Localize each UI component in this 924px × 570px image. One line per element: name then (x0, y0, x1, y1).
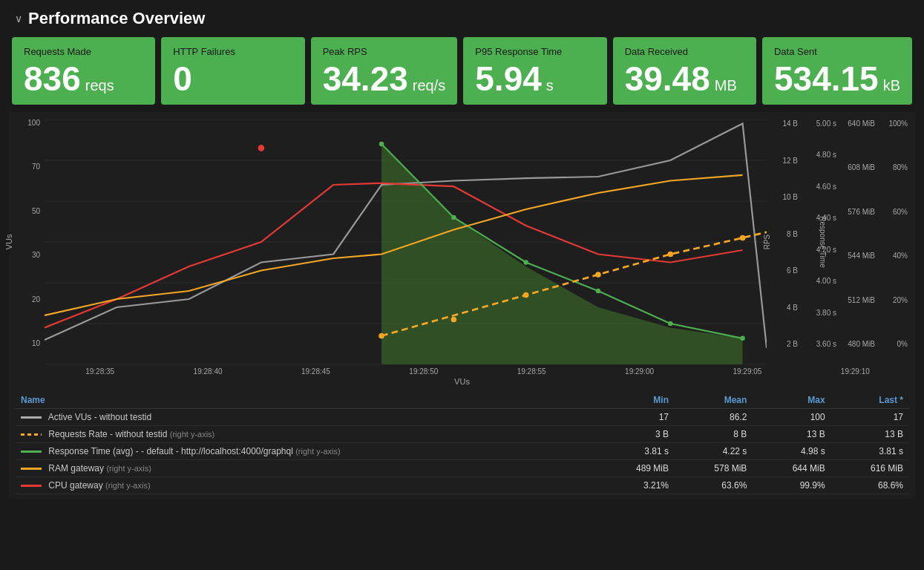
y-right-rps-tick: 8 B (787, 230, 798, 238)
metric-unit: reqs (85, 78, 114, 93)
metric-value: 34.23 req/s (323, 62, 446, 96)
y-left-tick: 100 (27, 119, 40, 127)
y-right-mib-tick: 576 MiB (848, 208, 875, 216)
metric-unit: kB (883, 78, 900, 93)
x-tick: 19:29:00 (586, 367, 693, 376)
legend-mean: 4.22 s (675, 443, 753, 460)
metric-label: Data Sent (774, 46, 900, 57)
metric-label: HTTP Failures (173, 46, 292, 57)
metric-unit: s (546, 78, 554, 93)
legend-last: 13 B (831, 426, 909, 443)
y-right-rt-tick: 4.00 s (816, 277, 836, 285)
header: ∨ Performance Overview (0, 0, 924, 37)
y-axis-pct: 100%80%60%40%20%0% (877, 119, 909, 364)
y-right-rt-tick: 4.40 s (816, 214, 836, 222)
legend-name-text: CPU gateway (48, 480, 102, 491)
y-right-rt-tick: 4.60 s (816, 183, 836, 191)
x-tick: 19:29:10 (802, 367, 909, 376)
chart-section: VUs 1007050302010 14 B12 B10 B8 B6 B4 B2… (9, 112, 915, 499)
svg-point-19 (740, 235, 746, 241)
legend-max: 99.9% (753, 477, 830, 494)
metric-value: 0 (173, 62, 292, 96)
legend-last: 3.81 s (831, 443, 909, 460)
page-title: Performance Overview (28, 9, 205, 28)
x-tick: 19:28:40 (154, 367, 261, 376)
legend-max: 4.98 s (753, 443, 830, 460)
legend-name-text: Active VUs - without testid (48, 412, 151, 422)
y-axis-rt: Response Time 5.00 s4.80 s4.60 s4.40 s4.… (799, 119, 838, 364)
legend-last: 17 (831, 409, 909, 426)
svg-point-11 (596, 289, 600, 294)
chevron-icon: ∨ (15, 13, 22, 24)
metric-value: 534.15 kB (774, 62, 900, 96)
svg-point-16 (523, 292, 529, 298)
svg-point-18 (667, 252, 673, 258)
svg-point-14 (379, 333, 384, 339)
y-left-tick: 30 (32, 252, 40, 259)
legend-row: Response Time (avg) - - default - http:/… (15, 443, 909, 460)
legend-min: 17 (597, 409, 675, 426)
y-right-pct-tick: 0% (897, 340, 908, 348)
metric-label: Peak RPS (323, 46, 446, 57)
y-right-mib-tick: 480 MiB (848, 340, 875, 348)
metric-value: 5.94 s (475, 62, 594, 96)
y-right-rps-tick: 12 B (782, 157, 798, 165)
metric-value: 39.48 MB (625, 62, 744, 96)
metric-value: 836 reqs (24, 62, 143, 96)
legend-min: 3.81 s (597, 443, 675, 460)
y-right-pct-tick: 40% (893, 252, 908, 260)
legend-name-text: RAM gateway (48, 463, 104, 474)
svg-point-15 (451, 317, 457, 323)
legend-mean: 578 MiB (675, 460, 753, 477)
x-tick: 19:29:05 (693, 367, 801, 376)
metric-card-p95-response-time: P95 Response Time 5.94 s (463, 37, 606, 105)
svg-point-10 (523, 260, 528, 265)
y-right-rps-tick: 4 B (787, 304, 798, 312)
y-right-rt-tick: 4.80 s (816, 151, 836, 159)
x-tick: 19:28:50 (370, 367, 477, 376)
y-right-pct-tick: 60% (893, 208, 908, 216)
y-axis-right-group: 14 B12 B10 B8 B6 B4 B2 BRPS Response Tim… (767, 119, 909, 364)
x-tick: 19:28:55 (478, 367, 586, 376)
col-last: Last * (831, 392, 909, 409)
col-mean: Mean (675, 392, 753, 409)
metric-number: 534.15 (774, 62, 879, 96)
legend-row: RAM gateway (right y-axis) 489 MiB 578 M… (15, 460, 909, 477)
y-right-rps-tick: 10 B (782, 193, 798, 201)
metric-number: 0 (173, 62, 192, 96)
y-left-tick: 50 (32, 208, 40, 215)
svg-point-12 (668, 321, 672, 327)
y-right-rt-tick: 5.00 s (816, 119, 836, 128)
metric-number: 5.94 (475, 62, 542, 96)
metric-card-http-failures: HTTP Failures 0 (161, 37, 304, 105)
y-right-mib-tick: 640 MiB (848, 119, 875, 128)
y-axis-rps: 14 B12 B10 B8 B6 B4 B2 BRPS (767, 119, 799, 364)
y-axis-rps-label: RPS (763, 235, 771, 250)
legend-max: 13 B (753, 426, 830, 443)
y-axis-left-label: VUs (4, 235, 13, 250)
y-right-pct-tick: 100% (888, 119, 908, 128)
x-axis: 19:28:3519:28:4019:28:4519:28:5019:28:55… (45, 367, 909, 376)
legend-mean: 86.2 (675, 409, 753, 426)
metric-card-peak-rps: Peak RPS 34.23 req/s (311, 37, 458, 105)
legend-suffix: (right y-axis) (105, 481, 151, 490)
y-right-rps-tick: 2 B (787, 340, 798, 348)
metric-label: Data Received (625, 46, 744, 57)
y-right-pct-tick: 20% (893, 296, 908, 304)
legend-name-text: Response Time (avg) - - default - http:/… (48, 446, 293, 456)
legend-min: 3.21% (597, 477, 675, 494)
metric-unit: req/s (413, 78, 445, 93)
col-name: Name (15, 392, 597, 409)
svg-point-13 (740, 336, 744, 341)
legend-name: Active VUs - without testid (15, 409, 597, 426)
svg-point-17 (595, 272, 601, 278)
metric-label: Requests Made (24, 46, 143, 57)
legend-last: 616 MiB (831, 460, 909, 477)
legend-mean: 8 B (675, 426, 753, 443)
legend-name: Requests Rate - without testid (right y-… (15, 426, 597, 443)
metric-number: 836 (24, 62, 81, 96)
y-right-rps-tick: 6 B (787, 266, 798, 275)
x-axis-title: VUs (15, 377, 909, 386)
metric-number: 39.48 (625, 62, 710, 96)
legend-name: RAM gateway (right y-axis) (15, 460, 597, 477)
